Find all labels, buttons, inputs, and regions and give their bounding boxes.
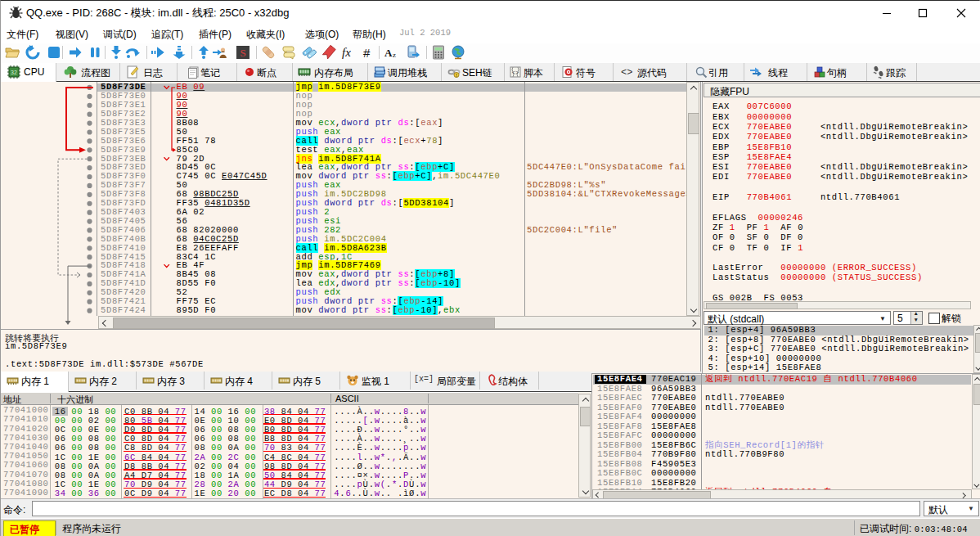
svg-text:z: z	[393, 51, 396, 59]
svg-text:32: 32	[11, 70, 17, 75]
svg-text:A: A	[384, 47, 393, 59]
svg-text:S: S	[240, 47, 245, 59]
svg-text:<>: <>	[621, 67, 632, 79]
svg-text:!: !	[456, 73, 457, 78]
svg-text:fx: fx	[342, 46, 351, 59]
svg-text:#: #	[363, 46, 371, 60]
svg-text:<>: <>	[512, 70, 519, 76]
